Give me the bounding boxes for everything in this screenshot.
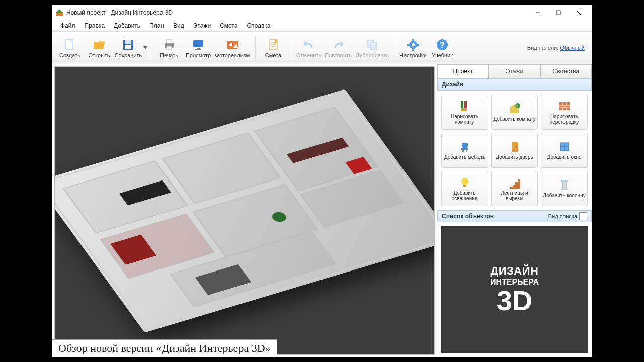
settings-button[interactable]: Настройки	[398, 33, 428, 63]
3d-viewport[interactable]	[54, 66, 435, 355]
tile-add-window[interactable]: Добавить окно	[541, 133, 588, 168]
window-title: Новый проект - Дизайн Интерьера 3D	[66, 9, 173, 16]
title-bar: Новый проект - Дизайн Интерьера 3D	[52, 5, 592, 20]
floppy-icon	[121, 38, 135, 52]
svg-rect-33	[412, 48, 414, 51]
svg-rect-15	[193, 40, 203, 47]
video-caption: Обзор новой версии «Дизайн Интерьера 3D»	[52, 339, 277, 357]
print-button[interactable]: Печать	[154, 33, 184, 63]
save-dropdown[interactable]	[143, 33, 148, 63]
svg-point-31	[412, 43, 415, 46]
window-icon	[558, 140, 571, 153]
tile-add-column[interactable]: Добавить колонну	[541, 171, 588, 206]
file-new-icon	[63, 38, 77, 52]
menu-help[interactable]: Справка	[243, 21, 274, 30]
estimate-button[interactable]: Смета	[259, 33, 288, 63]
tile-stairs[interactable]: Лестницы и вырезы	[491, 171, 538, 206]
duplicate-button[interactable]: Дублировать	[353, 33, 392, 63]
brick-wall-icon	[558, 100, 571, 113]
preview-button[interactable]: Просмотр	[184, 33, 213, 63]
undo-button[interactable]: Отменить	[294, 33, 324, 63]
help-icon: ?	[435, 38, 449, 52]
panel-mode: Вид панели: Обычный	[527, 45, 589, 51]
tab-properties[interactable]: Свойства	[540, 64, 592, 78]
svg-marker-1	[56, 9, 63, 13]
svg-rect-35	[417, 44, 419, 46]
tile-add-room[interactable]: +Добавить комнату	[491, 95, 538, 130]
svg-rect-65	[561, 189, 568, 190]
column-icon	[558, 178, 571, 192]
design-section-header: Дизайн	[437, 78, 592, 90]
redo-button[interactable]: Повторить	[324, 33, 353, 63]
folder-open-icon	[92, 38, 106, 52]
svg-marker-27	[341, 41, 344, 47]
gear-icon	[406, 38, 420, 52]
app-icon	[55, 9, 63, 17]
photo-icon	[225, 38, 239, 52]
photoreal-button[interactable]: Фотореализм	[213, 33, 252, 63]
svg-rect-34	[407, 44, 410, 46]
video-caption-bar: Обзор новой версии «Дизайн Интерьера 3D»	[52, 339, 592, 357]
side-panel: Проект Этажи Свойства Дизайн Нарисовать …	[437, 64, 592, 357]
tile-draw-room[interactable]: Нарисовать комнату	[441, 95, 488, 130]
menu-floors[interactable]: Этажи	[189, 21, 215, 30]
svg-rect-40	[461, 108, 467, 111]
tile-add-lighting[interactable]: Добавить освещение	[441, 171, 488, 206]
svg-rect-52	[462, 143, 468, 148]
monitor-icon	[191, 38, 205, 52]
svg-rect-9	[125, 40, 131, 44]
application-window: Новый проект - Дизайн Интерьера 3D Файл …	[52, 5, 592, 357]
panel-mode-link[interactable]: Обычный	[560, 45, 585, 51]
svg-rect-55	[466, 150, 467, 152]
tutorial-button[interactable]: ? Учебник	[428, 33, 457, 63]
duplicate-icon	[365, 38, 379, 52]
svg-marker-26	[303, 41, 306, 47]
menu-file[interactable]: Файл	[56, 21, 79, 30]
menu-bar: Файл Правка Добавить План Вид Этажи Смет…	[52, 20, 592, 31]
tab-project[interactable]: Проект	[437, 64, 489, 78]
svg-rect-38	[461, 101, 463, 108]
svg-rect-10	[125, 45, 131, 49]
redo-icon	[331, 38, 345, 52]
svg-rect-14	[167, 46, 172, 50]
svg-rect-29	[371, 43, 377, 50]
svg-rect-64	[561, 180, 568, 182]
menu-view[interactable]: Вид	[169, 21, 188, 30]
svg-rect-54	[462, 150, 464, 152]
tab-floors[interactable]: Этажи	[489, 64, 540, 78]
svg-rect-63	[562, 180, 567, 190]
svg-point-57	[515, 146, 517, 148]
svg-marker-11	[143, 46, 147, 49]
svg-text:+: +	[516, 104, 519, 108]
brush-icon	[458, 100, 471, 113]
menu-estimate[interactable]: Смета	[216, 21, 242, 30]
svg-point-61	[461, 178, 468, 185]
design-tile-grid: Нарисовать комнату +Добавить комнату Нар…	[437, 90, 592, 210]
svg-rect-39	[464, 101, 467, 108]
objects-list-header: Список объектов Вид списка	[437, 210, 592, 222]
svg-rect-62	[463, 185, 466, 187]
menu-edit[interactable]: Правка	[80, 21, 109, 30]
create-button[interactable]: Создать	[55, 33, 85, 63]
tile-draw-partition[interactable]: Нарисовать перегородку	[541, 95, 588, 130]
chair-icon	[458, 140, 471, 153]
notepad-icon	[266, 38, 280, 52]
list-view-toggle[interactable]	[579, 212, 587, 220]
svg-rect-0	[56, 13, 63, 16]
door-icon	[508, 140, 521, 153]
svg-rect-32	[412, 39, 414, 41]
maximize-button[interactable]	[548, 6, 569, 20]
menu-plan[interactable]: План	[145, 21, 168, 30]
tile-add-door[interactable]: Добавить дверь	[491, 133, 538, 168]
printer-icon	[162, 38, 176, 52]
minimize-button[interactable]	[528, 6, 548, 20]
save-button[interactable]: Сохранить	[114, 33, 143, 63]
toolbar: Создать Открыть Сохранить Печать Просмот…	[52, 31, 592, 64]
promo-banner: ДИЗАЙН ИНТЕРЬЕРА 3D	[441, 226, 588, 353]
floorplan-render	[54, 89, 435, 332]
tile-add-furniture[interactable]: Добавить мебель	[441, 133, 488, 168]
menu-add[interactable]: Добавить	[110, 21, 144, 30]
open-button[interactable]: Открыть	[85, 33, 114, 63]
close-button[interactable]	[569, 6, 589, 20]
svg-rect-16	[197, 48, 200, 49]
